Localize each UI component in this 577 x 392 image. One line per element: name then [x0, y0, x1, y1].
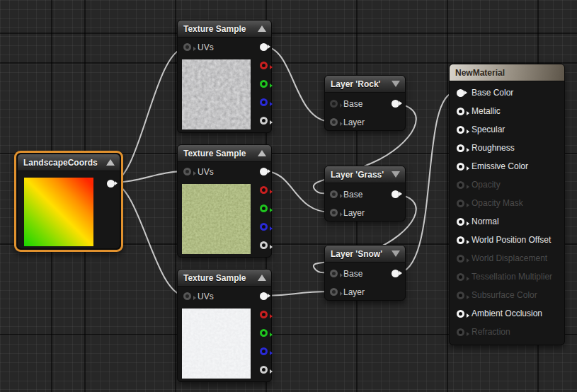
material-input-label: Specular	[472, 125, 505, 134]
node-landscapecoords[interactable]: LandscapeCoords	[14, 151, 123, 252]
node-header[interactable]: Texture Sample	[178, 145, 271, 162]
red-output-pin[interactable]	[260, 62, 268, 69]
green-output-pin[interactable]	[260, 204, 268, 212]
blue-output-pin[interactable]	[260, 223, 268, 231]
world-displacement-input-pin[interactable]	[457, 255, 464, 263]
material-input-label: Tessellation Multiplier	[472, 272, 552, 282]
node-title: Layer 'Grass'	[331, 170, 384, 180]
base-label: Base	[343, 268, 362, 279]
uvs-input-pin[interactable]	[183, 43, 191, 51]
rgb-output-pin[interactable]	[260, 168, 268, 175]
material-input-specular: Specular	[450, 120, 564, 139]
layer-input-pin[interactable]	[330, 209, 338, 217]
material-input-roughness: Roughness	[450, 139, 564, 157]
base-input-pin[interactable]	[330, 190, 338, 198]
material-graph-canvas[interactable]: { "canvas": { "background_color": "#2727…	[0, 0, 577, 392]
subsurface-color-input-pin[interactable]	[457, 292, 464, 299]
node-header[interactable]: NewMaterial	[450, 64, 564, 81]
material-input-label: Normal	[472, 217, 499, 226]
node-texture-sample-rock[interactable]: Texture Sample UVs	[177, 20, 272, 133]
emissive-color-input-pin[interactable]	[457, 163, 464, 171]
material-input-label: World Displacement	[472, 253, 547, 263]
material-input-label: Metallic	[472, 106, 501, 116]
node-title: NewMaterial	[455, 68, 505, 78]
opacity-input-pin[interactable]	[457, 181, 464, 189]
specular-input-pin[interactable]	[457, 126, 464, 134]
output-pin[interactable]	[392, 100, 399, 108]
layer-input-pin[interactable]	[330, 118, 338, 126]
collapse-arrow-icon[interactable]	[258, 275, 266, 281]
collapse-arrow-icon[interactable]	[258, 25, 266, 32]
ambient-occlusion-input-pin[interactable]	[457, 310, 464, 318]
alpha-output-pin[interactable]	[260, 241, 268, 249]
roughness-input-pin[interactable]	[457, 144, 464, 152]
collapse-arrow-icon[interactable]	[106, 159, 115, 166]
layer-label: Layer	[343, 117, 365, 128]
node-layer-grass[interactable]: Layer 'Grass' Base Layer	[324, 166, 406, 221]
material-input-subsurface-color: Subsurface Color	[450, 286, 564, 304]
world-position-offset-input-pin[interactable]	[457, 236, 464, 244]
uvs-input-pin[interactable]	[183, 168, 191, 175]
node-header[interactable]: LandscapeCoords	[18, 154, 120, 171]
alpha-output-pin[interactable]	[260, 366, 268, 374]
output-pin[interactable]	[392, 190, 399, 198]
material-input-emissive-color: Emissive Color	[450, 157, 564, 175]
collapse-arrow-icon[interactable]	[392, 250, 400, 257]
node-title: Layer 'Snow'	[331, 249, 382, 259]
green-output-pin[interactable]	[260, 329, 268, 337]
node-texture-sample-snow[interactable]: Texture Sample UVs	[177, 269, 272, 382]
opacity-mask-input-pin[interactable]	[457, 200, 464, 207]
rgb-output-pin[interactable]	[260, 292, 268, 300]
wire-rocktex-to-layerrock[interactable]	[264, 47, 331, 122]
red-output-pin[interactable]	[260, 186, 268, 194]
material-input-world-displacement: World Displacement	[450, 249, 564, 267]
grass-texture-preview	[182, 184, 251, 254]
green-output-pin[interactable]	[260, 80, 268, 88]
material-input-label: Emissive Color	[472, 161, 528, 171]
collapse-arrow-icon[interactable]	[258, 150, 266, 156]
node-header[interactable]: Texture Sample	[178, 270, 271, 287]
node-texture-sample-grass[interactable]: Texture Sample UVs	[177, 144, 272, 258]
collapse-arrow-icon[interactable]	[392, 81, 400, 87]
node-header[interactable]: Texture Sample	[178, 21, 271, 38]
node-title: Texture Sample	[183, 24, 246, 34]
material-input-normal: Normal	[450, 212, 564, 231]
blue-output-pin[interactable]	[260, 347, 268, 355]
material-input-label: Subsurface Color	[472, 290, 537, 300]
node-newmaterial[interactable]: NewMaterial Base Color Metallic Specular…	[449, 64, 565, 345]
metallic-input-pin[interactable]	[457, 108, 464, 115]
layer-input-pin[interactable]	[330, 288, 338, 296]
node-header[interactable]: Layer 'Snow'	[325, 246, 405, 263]
base-input-pin[interactable]	[330, 100, 338, 108]
wire-grasstex-to-layergrass[interactable]	[264, 171, 331, 212]
material-input-list: Base Color Metallic Specular Roughness E…	[450, 81, 564, 341]
node-layer-snow[interactable]: Layer 'Snow' Base Layer	[324, 245, 406, 301]
normal-input-pin[interactable]	[457, 218, 464, 226]
refraction-input-pin[interactable]	[457, 328, 464, 336]
alpha-output-pin[interactable]	[260, 117, 268, 125]
output-pin[interactable]	[392, 270, 399, 277]
material-input-opacity-mask: Opacity Mask	[450, 194, 564, 212]
red-output-pin[interactable]	[260, 311, 268, 318]
node-header[interactable]: Layer 'Grass'	[325, 166, 405, 183]
node-title: Texture Sample	[183, 273, 246, 283]
base-input-pin[interactable]	[330, 270, 338, 277]
wire-snowtex-to-layersnow[interactable]	[264, 292, 331, 296]
material-input-label: Base Color	[472, 88, 513, 98]
blue-output-pin[interactable]	[260, 98, 268, 106]
material-input-label: Opacity	[472, 180, 501, 190]
uvs-label: UVs	[198, 291, 214, 302]
uvs-input-pin[interactable]	[183, 292, 191, 300]
material-input-tessellation-multiplier: Tessellation Multiplier	[450, 267, 564, 286]
output-pin[interactable]	[107, 180, 115, 188]
node-header[interactable]: Layer 'Rock'	[325, 76, 405, 93]
base-color-input-pin[interactable]	[457, 89, 464, 97]
material-input-label: Ambient Occlusion	[472, 309, 542, 318]
node-layer-rock[interactable]: Layer 'Rock' Base Layer	[324, 75, 406, 131]
base-label: Base	[343, 98, 362, 110]
material-input-metallic: Metallic	[450, 102, 564, 120]
rgb-output-pin[interactable]	[260, 43, 268, 51]
collapse-arrow-icon[interactable]	[392, 171, 400, 178]
tessellation-multiplier-input-pin[interactable]	[457, 273, 464, 281]
layer-label: Layer	[343, 287, 365, 298]
